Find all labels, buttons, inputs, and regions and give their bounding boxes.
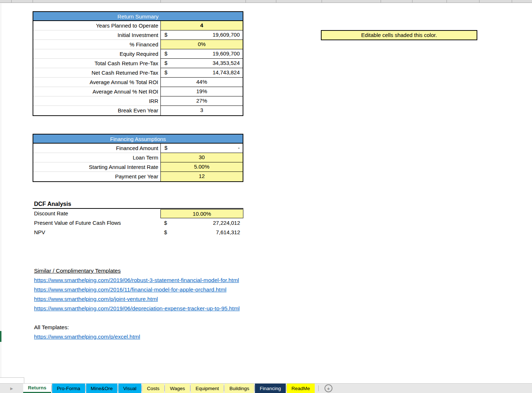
column-divider	[160, 0, 161, 3]
dcf-row: Present Value of Future Cash Flows $ 27,…	[33, 218, 243, 228]
all-templates-label: All Templates:	[34, 324, 69, 330]
editable-cell-percent-financed[interactable]: 0%	[160, 40, 243, 49]
tab-bar-divider	[318, 385, 319, 391]
financing-assumptions-table: Financing Assumptions Financed Amount $ …	[33, 134, 243, 182]
tab-visual[interactable]: Visual	[118, 384, 141, 393]
tab-buildings[interactable]: Buildings	[225, 384, 254, 393]
sheet-nav-arrow-button[interactable]: ▶	[0, 384, 23, 393]
row-label: Years Planned to Operate	[33, 21, 160, 30]
row-label: Loan Term	[33, 153, 160, 162]
table-row: Equity Required $ 19,609,700	[33, 49, 243, 59]
table-row: Average Annual % Total ROI 44%	[33, 78, 243, 87]
editable-cell-payments-per-year[interactable]: 12	[160, 172, 243, 181]
row-label: Initial Investment	[33, 30, 160, 40]
value-cell-equity-required: $ 19,609,700	[160, 49, 243, 59]
row-label: Net Cash Returned Pre-Tax	[33, 68, 160, 78]
row-label: Break Even Year	[33, 106, 160, 115]
scroll-accent-bar	[0, 331, 1, 342]
dcf-analysis-section: DCF Analysis Discount Rate 10.00% Presen…	[33, 200, 243, 237]
row-label: Average Annual % Total ROI	[33, 78, 160, 87]
row-label: NPV	[33, 228, 160, 237]
tab-pro-forma[interactable]: Pro-Forma	[52, 384, 85, 393]
templates-links-section: Similar / Complimentary Templates https:…	[34, 266, 240, 342]
editable-cells-note: Editable cells shaded this color.	[321, 30, 477, 40]
tab-costs[interactable]: Costs	[142, 384, 164, 393]
return-summary-title: Return Summary	[33, 12, 243, 21]
table-row: Break Even Year 3	[33, 106, 243, 115]
column-headers-strip	[0, 0, 532, 3]
column-divider	[246, 0, 246, 3]
column-divider	[276, 0, 276, 3]
column-divider	[33, 0, 33, 3]
editable-cell-loan-term[interactable]: 30	[160, 153, 243, 162]
column-divider	[412, 0, 412, 3]
dcf-row: Discount Rate 10.00%	[33, 209, 243, 218]
add-sheet-button[interactable]: +	[324, 384, 332, 392]
editable-cell-interest-rate[interactable]: 5.00%	[160, 162, 243, 172]
editable-cell-years-planned[interactable]: 4	[160, 21, 243, 30]
template-link[interactable]: https://www.smarthelping.com/p/joint-ven…	[34, 296, 158, 302]
tab-wages[interactable]: Wages	[165, 384, 190, 393]
cell-number: 7,614,312	[216, 228, 240, 237]
table-row: Financed Amount $ -	[33, 144, 243, 153]
cell-number: 19,609,700	[213, 30, 240, 40]
currency-symbol: $	[164, 49, 167, 58]
column-divider	[322, 0, 322, 3]
value-cell-npv: $ 7,614,312	[160, 228, 243, 237]
window-left-edge	[1, 3, 1, 377]
value-cell-avg-total-roi: 44%	[160, 78, 243, 87]
value-cell-net-cash-returned: $ 14,743,824	[160, 68, 243, 78]
currency-symbol: $	[164, 228, 167, 237]
cell-number: 34,353,524	[213, 59, 240, 68]
column-divider	[447, 0, 447, 3]
value-cell-break-even-year: 3	[160, 106, 243, 115]
tab-readme[interactable]: ReadMe	[287, 384, 315, 393]
tab-returns[interactable]: Returns	[23, 384, 51, 393]
row-label: % Financed	[33, 40, 160, 49]
links-heading: Similar / Complimentary Templates	[34, 268, 121, 274]
tab-corner-line	[24, 377, 24, 383]
cell-number: 19,609,700	[213, 49, 240, 58]
row-label: Discount Rate	[33, 209, 160, 218]
editable-cell-discount-rate[interactable]: 10.00%	[160, 209, 243, 218]
row-label: Average Annual % Net ROI	[33, 87, 160, 96]
row-label: IRR	[33, 96, 160, 106]
currency-symbol: $	[164, 68, 167, 77]
row-label: Total Cash Return Pre-Tax	[33, 59, 160, 68]
currency-symbol: $	[164, 144, 167, 153]
tab-financing[interactable]: Financing	[255, 384, 286, 393]
template-link[interactable]: https://www.smarthelping.com/2016/11/fin…	[34, 286, 226, 293]
table-row: Net Cash Returned Pre-Tax $ 14,743,824	[33, 68, 243, 78]
value-cell-initial-investment: $ 19,609,700	[160, 30, 243, 40]
table-row: Years Planned to Operate 4	[33, 21, 243, 30]
value-cell-total-cash-return: $ 34,353,524	[160, 59, 243, 68]
currency-symbol: $	[164, 218, 167, 228]
row-label: Equity Required	[33, 49, 160, 59]
value-cell-present-value: $ 27,224,012	[160, 218, 243, 228]
value-cell-financed-amount: $ -	[160, 144, 243, 153]
template-link[interactable]: https://www.smarthelping.com/2019/06/dep…	[34, 305, 240, 311]
add-sheet-icon: +	[327, 386, 330, 391]
cell-number: -	[238, 144, 240, 153]
sheet-tab-bar: ▶ Returns Pro-Forma Mine&Ore Visual Cost…	[0, 383, 532, 393]
return-summary-table: Return Summary Years Planned to Operate …	[33, 11, 243, 116]
column-divider	[381, 0, 381, 3]
template-link[interactable]: https://www.smarthelping.com/2019/06/rob…	[34, 277, 239, 283]
table-row: Payment per Year 12	[33, 172, 243, 181]
tab-mine-ore[interactable]: Mine&Ore	[86, 384, 118, 393]
tab-equipment[interactable]: Equipment	[191, 384, 224, 393]
all-templates-link[interactable]: https://www.smarthelping.com/p/excel.htm…	[34, 334, 140, 340]
value-cell-avg-net-roi: 19%	[160, 87, 243, 96]
table-row: Starting Annual Interest Rate 5.00%	[33, 162, 243, 172]
dcf-analysis-heading: DCF Analysis	[33, 200, 243, 209]
currency-symbol: $	[164, 30, 167, 40]
column-divider	[11, 0, 12, 3]
row-label: Payment per Year	[33, 172, 160, 181]
sheet-tabs: Returns Pro-Forma Mine&Ore Visual Costs …	[23, 384, 315, 393]
table-row: Total Cash Return Pre-Tax $ 34,353,524	[33, 59, 243, 68]
table-row: Initial Investment $ 19,609,700	[33, 30, 243, 40]
cell-number: 27,224,012	[213, 218, 240, 228]
value-cell-irr: 27%	[160, 96, 243, 106]
table-row: IRR 27%	[33, 96, 243, 106]
cell-number: 14,743,824	[213, 68, 240, 77]
